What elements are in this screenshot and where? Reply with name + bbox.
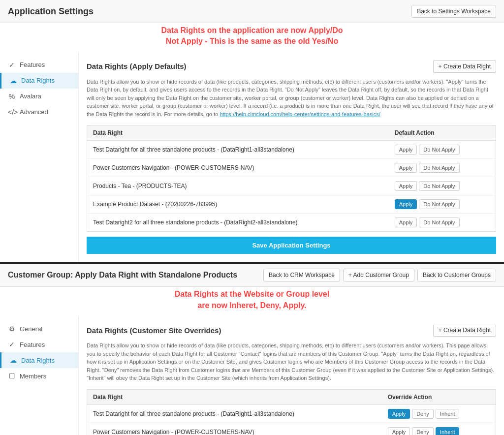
app-do-not-apply-btn-0[interactable]: Do Not Apply bbox=[419, 145, 459, 155]
sidebar-label-avalara: Avalara bbox=[20, 93, 41, 100]
cg-main-content: Data Rights (Customer Site Overrides) + … bbox=[79, 316, 504, 435]
cg-sidebar-label-data-rights: Data Rights bbox=[21, 357, 55, 364]
app-title: Application Settings bbox=[8, 6, 94, 17]
cg-apply-btn-0[interactable]: Apply bbox=[388, 409, 410, 419]
cg-col-override-action: Override Action bbox=[382, 389, 496, 404]
app-section-title: Data Rights (Apply Defaults) bbox=[87, 62, 187, 70]
cg-row-name-1: Power Customers Navigation - (POWER-CUST… bbox=[87, 423, 382, 435]
cg-notice-line1: Data Rights at the Website or Group leve… bbox=[0, 289, 504, 300]
sidebar-item-advanced[interactable]: </> Advanced bbox=[0, 104, 78, 120]
data-rights-icon: ☁ bbox=[9, 77, 17, 85]
app-do-not-apply-btn-4[interactable]: Do Not Apply bbox=[419, 218, 459, 227]
app-data-table: Data Right Default Action Test Dataright… bbox=[87, 125, 496, 232]
cg-inherit-btn-1[interactable]: Inherit bbox=[436, 427, 460, 435]
app-row-actions-1: Apply Do Not Apply bbox=[395, 163, 490, 173]
cg-sidebar-item-data-rights[interactable]: ☁ Data Rights bbox=[0, 352, 78, 368]
advanced-icon: </> bbox=[8, 108, 16, 116]
cg-row-actions-0: Apply Deny Inherit bbox=[388, 409, 490, 419]
cg-table-row: Power Customers Navigation - (POWER-CUST… bbox=[87, 423, 496, 435]
back-to-settings-button[interactable]: Back to Settings Workspace bbox=[411, 5, 496, 18]
cg-title: Customer Group: Apply Data Right with St… bbox=[8, 271, 237, 280]
app-row-name-4: Test Dataright2 for all three standalone… bbox=[87, 214, 389, 232]
app-row-name-0: Test Dataright for all three standalone … bbox=[87, 141, 389, 159]
back-to-customer-groups-button[interactable]: Back to Customer Groups bbox=[417, 269, 496, 281]
cg-sidebar-item-general[interactable]: ⚙ General bbox=[0, 321, 78, 337]
cg-section-title: Data Rights (Customer Site Overrides) bbox=[87, 326, 221, 335]
avalara-icon: % bbox=[8, 93, 16, 100]
cg-inherit-btn-0[interactable]: Inherit bbox=[436, 409, 460, 419]
app-create-data-right-button[interactable]: + Create Data Right bbox=[433, 60, 496, 73]
cg-col-data-right: Data Right bbox=[87, 389, 382, 404]
app-table-row: Products - Tea - (PRODUCTS-TEA) Apply Do… bbox=[87, 177, 496, 195]
app-table-row: Test Dataright2 for all three standalone… bbox=[87, 214, 496, 232]
cg-sidebar-item-features[interactable]: ✓ Features bbox=[0, 337, 78, 352]
cg-data-table: Data Right Override Action Test Datarigh… bbox=[87, 389, 496, 435]
app-apply-btn-3[interactable]: Apply bbox=[395, 199, 417, 209]
cg-deny-btn-0[interactable]: Deny bbox=[412, 409, 434, 419]
app-body: ✓ Features ☁ Data Rights % Avalara </> A… bbox=[0, 52, 504, 262]
app-apply-btn-0[interactable]: Apply bbox=[395, 145, 417, 155]
app-row-actions-2: Apply Do Not Apply bbox=[395, 181, 490, 191]
cg-deny-btn-1[interactable]: Deny bbox=[412, 427, 434, 435]
cg-sidebar-item-members[interactable]: ☐ Members bbox=[0, 368, 78, 384]
cg-row-name-0: Test Dataright for all three standalone … bbox=[87, 404, 382, 423]
cg-notice-banner: Data Rights at the Website or Group leve… bbox=[0, 287, 504, 316]
app-table-row: Test Dataright for all three standalone … bbox=[87, 141, 496, 159]
cg-description: Data Rights allow you to show or hide re… bbox=[87, 342, 496, 382]
sidebar-label-data-rights: Data Rights bbox=[21, 77, 55, 84]
app-notice-banner: Data Rights on the application are now A… bbox=[0, 23, 504, 52]
app-apply-btn-2[interactable]: Apply bbox=[395, 181, 417, 191]
app-save-bar[interactable]: Save Application Settings bbox=[87, 237, 496, 254]
customer-group-section: Customer Group: Apply Data Right with St… bbox=[0, 264, 504, 435]
app-save-label: Save Application Settings bbox=[252, 242, 330, 249]
cg-sidebar-label-general: General bbox=[20, 325, 42, 333]
app-section-header: Data Rights (Apply Defaults) + Create Da… bbox=[87, 60, 496, 73]
members-icon: ☐ bbox=[8, 372, 16, 380]
add-customer-group-button[interactable]: + Add Customer Group bbox=[343, 269, 414, 281]
cg-sidebar: ⚙ General ✓ Features ☁ Data Rights ☐ Mem… bbox=[0, 316, 79, 435]
app-row-actions-3: Apply Do Not Apply bbox=[395, 199, 490, 209]
description-link[interactable]: https://help.cimcloud.com/help-center/se… bbox=[220, 111, 380, 117]
app-notice-line2: Not Apply - This is the same as the old … bbox=[0, 36, 504, 47]
sidebar-item-data-rights[interactable]: ☁ Data Rights bbox=[0, 73, 78, 89]
sidebar-item-features[interactable]: ✓ Features bbox=[0, 57, 78, 73]
features-icon: ✓ bbox=[8, 61, 16, 69]
app-row-actions-4: Apply Do Not Apply bbox=[395, 218, 490, 227]
app-header: Application Settings Back to Settings Wo… bbox=[0, 0, 504, 23]
back-to-crm-button[interactable]: Back to CRM Workspace bbox=[263, 269, 340, 281]
app-row-name-3: Example Product Dataset - (20200226-7839… bbox=[87, 195, 389, 214]
app-do-not-apply-btn-3[interactable]: Do Not Apply bbox=[419, 199, 459, 209]
app-table-row: Example Product Dataset - (20200226-7839… bbox=[87, 195, 496, 214]
cg-header-buttons: Back to CRM Workspace + Add Customer Gro… bbox=[263, 269, 496, 281]
cg-sidebar-label-members: Members bbox=[20, 373, 46, 380]
col-data-right: Data Right bbox=[87, 125, 389, 141]
app-row-name-1: Power Customers Navigation - (POWER-CUST… bbox=[87, 159, 389, 177]
cg-notice-line2: are now Inheret, Deny, Apply. bbox=[0, 300, 504, 311]
app-table-row: Power Customers Navigation - (POWER-CUST… bbox=[87, 159, 496, 177]
app-row-actions-0: Apply Do Not Apply bbox=[395, 145, 490, 155]
cg-section-header: Data Rights (Customer Site Overrides) + … bbox=[87, 324, 496, 337]
app-do-not-apply-btn-2[interactable]: Do Not Apply bbox=[419, 181, 459, 191]
cg-create-data-right-button[interactable]: + Create Data Right bbox=[433, 324, 496, 337]
general-icon: ⚙ bbox=[8, 325, 16, 333]
app-do-not-apply-btn-1[interactable]: Do Not Apply bbox=[419, 163, 459, 173]
app-sidebar: ✓ Features ☁ Data Rights % Avalara </> A… bbox=[0, 52, 79, 262]
application-settings-section: Application Settings Back to Settings Wo… bbox=[0, 0, 504, 264]
cg-row-actions-1: Apply Deny Inherit bbox=[388, 427, 490, 435]
sidebar-item-avalara[interactable]: % Avalara bbox=[0, 89, 78, 104]
app-notice-line1: Data Rights on the application are now A… bbox=[0, 25, 504, 36]
app-apply-btn-4[interactable]: Apply bbox=[395, 218, 417, 227]
sidebar-label-advanced: Advanced bbox=[20, 108, 48, 116]
app-main-content: Data Rights (Apply Defaults) + Create Da… bbox=[79, 52, 504, 262]
sidebar-label-features: Features bbox=[20, 61, 45, 68]
cg-body: ⚙ General ✓ Features ☁ Data Rights ☐ Mem… bbox=[0, 316, 504, 435]
cg-sidebar-label-features: Features bbox=[20, 341, 45, 348]
cg-apply-btn-1[interactable]: Apply bbox=[388, 427, 410, 435]
cg-data-rights-icon: ☁ bbox=[9, 356, 17, 364]
cg-header: Customer Group: Apply Data Right with St… bbox=[0, 264, 504, 287]
app-row-name-2: Products - Tea - (PRODUCTS-TEA) bbox=[87, 177, 389, 195]
app-apply-btn-1[interactable]: Apply bbox=[395, 163, 417, 173]
col-default-action: Default Action bbox=[389, 125, 496, 141]
cg-table-row: Test Dataright for all three standalone … bbox=[87, 404, 496, 423]
app-description: Data Rights allow you to show or hide re… bbox=[87, 78, 496, 119]
